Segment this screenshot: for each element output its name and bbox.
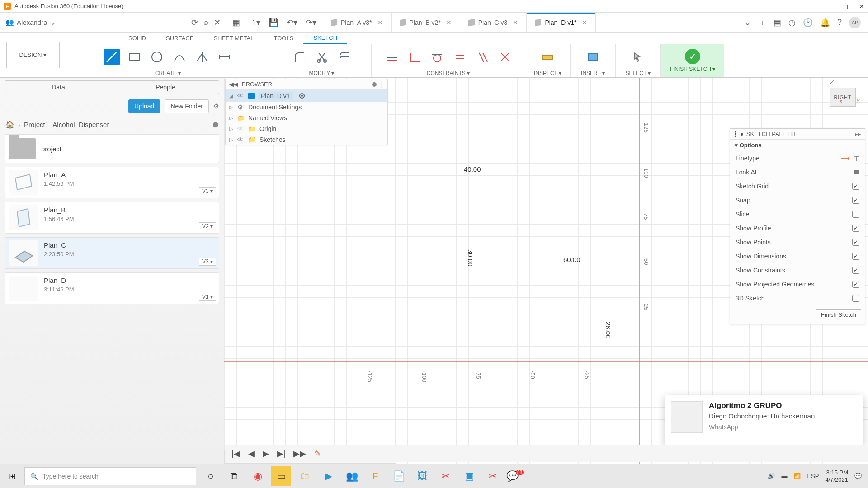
checkbox[interactable] bbox=[852, 295, 859, 302]
timeline-start-icon[interactable]: |◀ bbox=[231, 449, 240, 459]
chevron-down-icon[interactable]: ⌄ bbox=[744, 18, 751, 28]
arc-tool[interactable] bbox=[171, 49, 188, 65]
timeline-sketch-icon[interactable]: ✎ bbox=[314, 449, 321, 459]
sidebar-tab-people[interactable]: People bbox=[112, 81, 219, 94]
measure-icon[interactable] bbox=[540, 49, 556, 65]
wifi-icon[interactable]: 📶 bbox=[793, 473, 801, 479]
user-avatar[interactable]: AP bbox=[849, 17, 861, 28]
checkbox[interactable] bbox=[852, 225, 859, 232]
close-panel-icon[interactable]: ✕ bbox=[214, 18, 221, 28]
rectangle-tool[interactable] bbox=[126, 49, 142, 65]
maximize-button[interactable]: ▢ bbox=[842, 3, 848, 10]
document-tab[interactable]: Plan_B v2* ✕ bbox=[392, 13, 460, 32]
insert-icon[interactable] bbox=[585, 49, 601, 65]
stickynotes-icon[interactable]: ▭ bbox=[271, 466, 291, 486]
coincident-constraint-icon[interactable] bbox=[497, 49, 513, 65]
pin-icon[interactable]: ● bbox=[740, 131, 744, 137]
upload-button[interactable]: Upload bbox=[128, 99, 160, 113]
tree-item[interactable]: ▷⚙Document Settings bbox=[226, 102, 387, 113]
version-badge[interactable]: V3 ▾ bbox=[199, 258, 216, 266]
whatsapp-icon[interactable]: 💬88 bbox=[506, 466, 526, 486]
grid-apps-icon[interactable]: ▦ bbox=[232, 18, 240, 28]
bell-icon[interactable]: 🔔 bbox=[820, 18, 830, 28]
timeline-end-icon[interactable]: ▶▶ bbox=[293, 449, 306, 459]
timeline-play-icon[interactable]: ▶ bbox=[263, 449, 269, 459]
timeline-prev-icon[interactable]: ◀ bbox=[248, 449, 255, 459]
teams-icon[interactable]: 👥 bbox=[342, 466, 362, 486]
taskbar-clock[interactable]: 3:15 PM 4/7/2021 bbox=[825, 469, 848, 483]
new-file-icon[interactable]: 🗎▾ bbox=[248, 18, 260, 28]
canvas[interactable]: -125 -100 -75 -50 -25 25 50 75 100 125 bbox=[224, 78, 868, 464]
workspace-switcher[interactable]: DESIGN▾ bbox=[6, 42, 60, 68]
ribbon-tab-sheetmetal[interactable]: SHEET METAL bbox=[203, 33, 264, 44]
version-badge[interactable]: V1 ▾ bbox=[199, 293, 216, 301]
tree-item[interactable]: ▷👁📁Sketches bbox=[226, 134, 387, 145]
activate-radio[interactable] bbox=[299, 93, 305, 99]
line-tool[interactable] bbox=[104, 49, 120, 65]
ribbon-tab-sketch[interactable]: SKETCH bbox=[303, 33, 347, 44]
checkbox[interactable] bbox=[852, 197, 859, 204]
checkbox[interactable] bbox=[852, 211, 859, 218]
trim-tool[interactable] bbox=[314, 49, 330, 65]
tangent-constraint-icon[interactable] bbox=[429, 49, 445, 65]
folder-item[interactable]: project bbox=[5, 134, 219, 163]
movies-icon[interactable]: ▶ bbox=[318, 466, 338, 486]
action-center-icon[interactable]: 💬 bbox=[854, 473, 862, 479]
checkbox[interactable] bbox=[852, 239, 859, 246]
visibility-icon[interactable]: 👁 bbox=[237, 136, 245, 143]
expand-icon[interactable]: ▸▸ bbox=[855, 131, 861, 137]
tab-close-icon[interactable]: ✕ bbox=[513, 19, 518, 26]
taskview-icon[interactable]: ⧉ bbox=[224, 466, 244, 486]
group-modify-label[interactable]: MODIFY ▾ bbox=[272, 70, 371, 77]
fusion-icon[interactable]: F bbox=[365, 466, 385, 486]
fillet-tool[interactable] bbox=[291, 49, 307, 65]
home-icon[interactable]: 🏠 bbox=[5, 120, 14, 129]
dimension-tool[interactable] bbox=[217, 49, 233, 65]
zoom-icon[interactable]: ▣ bbox=[459, 466, 479, 486]
parallel-constraint-icon[interactable] bbox=[474, 49, 491, 65]
linetype-icons[interactable]: ⟶ ◫ bbox=[841, 155, 859, 162]
group-create-label[interactable]: CREATE ▾ bbox=[64, 70, 272, 77]
visibility-off-icon[interactable]: 👁 bbox=[237, 125, 245, 132]
finish-sketch-button[interactable]: ✓ FINISH SKETCH ▾ bbox=[661, 44, 724, 77]
collapse-icon[interactable]: ◀◀ bbox=[229, 81, 238, 88]
gear-icon[interactable]: ⚙ bbox=[213, 103, 219, 110]
close-button[interactable]: ✕ bbox=[859, 3, 864, 10]
refresh-icon[interactable]: ⟳ bbox=[191, 18, 198, 28]
tray-expand-icon[interactable]: ˄ bbox=[758, 473, 761, 479]
explorer-icon[interactable]: 🗂 bbox=[295, 466, 315, 486]
sidebar-tab-data[interactable]: Data bbox=[5, 81, 112, 94]
user-menu[interactable]: 👥 Alexandra ⌄ bbox=[5, 19, 56, 27]
chrome-icon[interactable]: ◉ bbox=[248, 466, 268, 486]
file-item[interactable]: Plan_A1:42:56 PM V3 ▾ bbox=[5, 167, 219, 198]
visibility-icon[interactable]: 👁 bbox=[237, 92, 245, 99]
document-tab[interactable]: Plan_C v3 ✕ bbox=[460, 13, 527, 32]
new-folder-button[interactable]: New Folder bbox=[165, 99, 209, 113]
panel-options-icon[interactable] bbox=[372, 82, 377, 87]
volume-icon[interactable]: 🔊 bbox=[768, 473, 775, 479]
notification-toast[interactable]: Algoritmo 2 GRUPO Diego Ochochoque: Un h… bbox=[665, 395, 863, 446]
save-icon[interactable]: 💾 bbox=[269, 18, 278, 28]
group-select-label[interactable]: SELECT ▾ bbox=[616, 70, 660, 77]
ribbon-tab-surface[interactable]: SURFACE bbox=[156, 33, 203, 44]
tab-close-icon[interactable]: ✕ bbox=[446, 19, 452, 26]
redo-icon[interactable]: ↷▾ bbox=[306, 18, 316, 28]
equal-constraint-icon[interactable] bbox=[452, 49, 468, 65]
group-insert-label[interactable]: INSERT ▾ bbox=[571, 70, 615, 77]
offset-tool[interactable] bbox=[336, 49, 353, 65]
tab-close-icon[interactable]: ✕ bbox=[582, 19, 587, 26]
cortana-icon[interactable]: ○ bbox=[201, 466, 221, 486]
group-inspect-label[interactable]: INSPECT ▾ bbox=[525, 70, 570, 77]
timeline-next-icon[interactable]: ▶| bbox=[277, 449, 286, 459]
checkbox[interactable] bbox=[852, 253, 859, 260]
document-tab[interactable]: Plan_A v3* ✕ bbox=[323, 13, 392, 32]
panel-handle-icon[interactable]: ┃ bbox=[380, 81, 384, 88]
mirror-tool[interactable] bbox=[194, 49, 210, 65]
notepad-icon[interactable]: 📄 bbox=[389, 466, 409, 486]
jobs-icon[interactable]: ◷ bbox=[788, 18, 796, 28]
tree-root[interactable]: ◢👁Plan_D v1 bbox=[226, 90, 387, 102]
version-badge[interactable]: V3 ▾ bbox=[199, 187, 216, 195]
snip-sketch-icon[interactable]: ✂ bbox=[483, 466, 503, 486]
snip-icon[interactable]: ✂ bbox=[436, 466, 456, 486]
checkbox[interactable] bbox=[852, 281, 859, 288]
